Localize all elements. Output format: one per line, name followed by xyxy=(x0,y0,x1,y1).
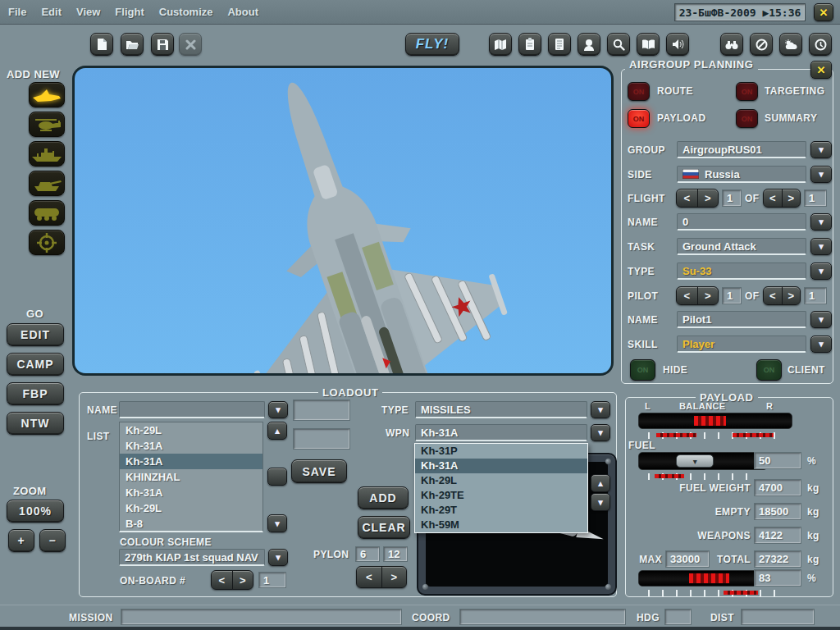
spin-left-icon[interactable]: < xyxy=(677,189,698,207)
spin-left-icon[interactable]: < xyxy=(212,571,233,589)
skill-dropdown-button[interactable]: ▾ xyxy=(810,336,832,353)
dist-field[interactable] xyxy=(741,609,815,625)
loadout-name-combo[interactable] xyxy=(119,401,265,418)
go-ntw-button[interactable]: NTW xyxy=(7,412,64,435)
fuel-percent-field[interactable]: 50 xyxy=(754,452,801,469)
encyclopedia-button[interactable] xyxy=(637,33,660,56)
mission-field[interactable] xyxy=(121,609,402,625)
spin-left-icon[interactable]: < xyxy=(677,287,698,304)
spin-right-icon[interactable]: > xyxy=(783,287,801,304)
list-scroll-down-button[interactable]: ▾ xyxy=(267,514,287,532)
spin-right-icon[interactable]: > xyxy=(698,189,719,207)
mission-goals-button[interactable] xyxy=(518,33,541,56)
clear-pylon-button[interactable]: CLEAR xyxy=(358,516,410,539)
type-combo[interactable]: Su-33 xyxy=(677,262,806,280)
menu-item-edit[interactable]: Edit xyxy=(41,6,62,18)
weather-button[interactable] xyxy=(779,33,802,56)
menu-item-about[interactable]: About xyxy=(227,6,258,18)
go-fbp-button[interactable]: FBP xyxy=(7,382,64,405)
pilot-name-dropdown-button[interactable]: ▾ xyxy=(810,311,832,328)
group-dropdown-button[interactable]: ▾ xyxy=(810,141,832,158)
aircraft-3d-viewport[interactable] xyxy=(72,66,614,376)
loadout-aux-field-2[interactable] xyxy=(293,428,350,450)
payload-toggle[interactable]: ON xyxy=(628,109,650,128)
name-dropdown-button[interactable]: ▾ xyxy=(810,213,832,231)
fuel-slider[interactable]: ▾ xyxy=(638,452,768,470)
add-airplane-button[interactable] xyxy=(29,82,65,107)
list-scroll-up-button[interactable]: ▴ xyxy=(267,422,287,440)
add-ship-button[interactable] xyxy=(29,141,65,167)
loadout-aux-field-1[interactable] xyxy=(293,399,350,421)
sound-button[interactable] xyxy=(666,33,689,56)
list-item[interactable]: B-8 xyxy=(120,516,262,532)
hide-toggle[interactable]: ON xyxy=(630,359,655,381)
menu-item-flight[interactable]: Flight xyxy=(115,6,144,18)
weapon-type-dropdown-button[interactable]: ▾ xyxy=(591,401,610,418)
dropdown-option[interactable]: Kh-29T xyxy=(415,503,587,518)
spin-right-icon[interactable]: > xyxy=(382,567,407,587)
group-combo[interactable]: AirgroupRUS01 xyxy=(677,141,806,158)
pilots-button[interactable] xyxy=(578,33,600,56)
list-item[interactable]: Kh-31A xyxy=(120,454,262,469)
menu-item-customize[interactable]: Customize xyxy=(159,6,213,18)
pilot-total-spinner[interactable]: <> xyxy=(763,286,801,305)
side-combo[interactable]: Russia xyxy=(677,166,806,183)
add-weapon-button[interactable]: ADD xyxy=(358,486,409,509)
weapon-scroll-up-button[interactable]: ▴ xyxy=(591,474,610,492)
name-combo[interactable]: 0 xyxy=(677,213,806,231)
spin-right-icon[interactable]: > xyxy=(783,189,801,207)
time-button[interactable] xyxy=(809,33,832,56)
menu-item-file[interactable]: File xyxy=(8,6,26,18)
go-edit-button[interactable]: EDIT xyxy=(7,323,64,346)
loadout-name-dropdown-button[interactable]: ▾ xyxy=(268,401,288,418)
fly-button[interactable]: FLY! xyxy=(405,33,459,56)
side-dropdown-button[interactable]: ▾ xyxy=(810,166,832,183)
add-train-button[interactable] xyxy=(29,200,65,226)
add-vehicle-button[interactable] xyxy=(29,171,65,196)
panel-close-button[interactable]: ✕ xyxy=(810,61,832,79)
summary-toggle[interactable]: ON xyxy=(736,109,758,128)
go-camp-button[interactable]: CAMP xyxy=(7,353,64,376)
save-loadout-button[interactable]: SAVE xyxy=(291,459,347,483)
weapon-type-combo[interactable]: MISSILES xyxy=(415,401,587,418)
mission-description-button[interactable] xyxy=(548,33,571,56)
task-dropdown-button[interactable]: ▾ xyxy=(810,238,832,255)
skill-combo[interactable]: Player xyxy=(677,336,806,353)
task-combo[interactable]: Ground Attack xyxy=(677,238,806,255)
dropdown-option[interactable]: Kh-59M xyxy=(415,518,587,532)
spin-right-icon[interactable]: > xyxy=(233,571,253,589)
balance-bar[interactable] xyxy=(638,413,792,429)
zoom-out-button[interactable]: − xyxy=(39,529,66,552)
coord-field[interactable] xyxy=(459,609,626,625)
loadout-list[interactable]: Kh-29LKh-31AKh-31AKHINZHALKh-31AKh-29LB-… xyxy=(119,422,263,532)
weapon-scroll-down-button[interactable]: ▾ xyxy=(591,493,610,511)
dropdown-option[interactable]: Kh-31A xyxy=(415,459,587,473)
menu-item-view[interactable]: View xyxy=(76,6,100,18)
spin-left-icon[interactable]: < xyxy=(764,287,783,304)
open-mission-button[interactable] xyxy=(121,33,144,56)
spin-left-icon[interactable]: < xyxy=(764,189,783,207)
list-item[interactable]: Kh-29L xyxy=(120,422,262,438)
pylon-spinner[interactable]: <> xyxy=(356,566,407,588)
save-mission-button[interactable] xyxy=(151,33,174,56)
client-toggle[interactable]: ON xyxy=(756,359,782,381)
flight-total-spinner[interactable]: <> xyxy=(763,189,801,208)
pilot-name-combo[interactable]: Pilot1 xyxy=(677,311,806,328)
search-button[interactable] xyxy=(607,33,630,56)
type-dropdown-button[interactable]: ▾ xyxy=(810,262,832,280)
restrictions-button[interactable] xyxy=(750,33,773,56)
add-helicopter-button[interactable] xyxy=(29,112,65,137)
window-close-button[interactable]: ✕ xyxy=(814,3,833,21)
fuel-slider-handle[interactable]: ▾ xyxy=(676,454,714,468)
pilot-spinner[interactable]: <> xyxy=(676,286,719,305)
weapon-dropdown-list[interactable]: Kh-31PKh-31AKh-29LKh-29TEKh-29TKh-59M xyxy=(414,443,588,533)
list-scroll-thumb[interactable] xyxy=(267,468,287,486)
zoom-level-button[interactable]: 100% xyxy=(7,500,64,523)
onboard-spinner[interactable]: <> xyxy=(211,570,253,590)
briefing-button[interactable] xyxy=(489,33,512,56)
colour-scheme-dropdown-button[interactable]: ▾ xyxy=(268,549,288,566)
weapon-combo[interactable]: Kh-31A xyxy=(415,424,587,441)
list-item[interactable]: KHINZHAL xyxy=(120,469,262,485)
route-toggle[interactable]: ON xyxy=(628,82,650,101)
spin-right-icon[interactable]: > xyxy=(698,287,719,304)
